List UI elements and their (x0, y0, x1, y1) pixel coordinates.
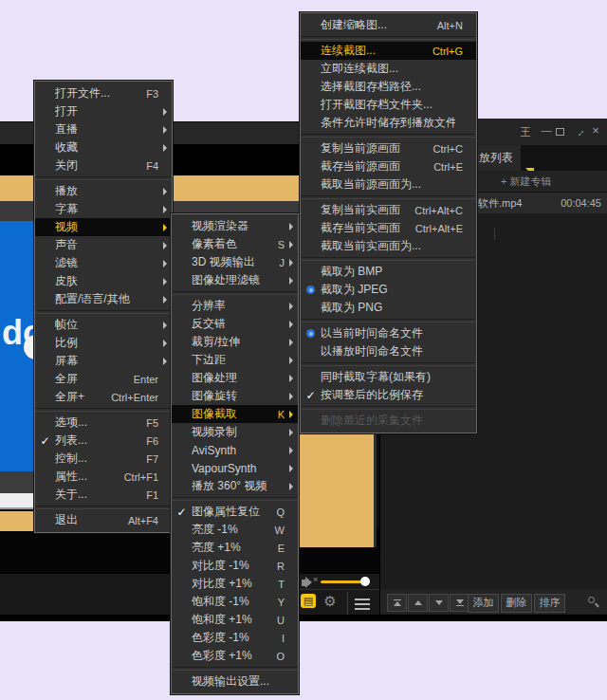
menu-item[interactable]: 图像处理滤镜 (172, 271, 298, 289)
menu-item[interactable]: 收藏 (35, 138, 172, 157)
menu-item[interactable]: 图像截取K (172, 405, 298, 423)
menu-item[interactable]: 滤镜 (35, 254, 172, 272)
menu-item[interactable]: 分辨率 (172, 297, 298, 315)
menu-item[interactable]: 条件允许时储存到播放文件夹 (301, 114, 476, 132)
triangle-glyph (289, 447, 293, 454)
menu-item-label: 图像截取 (192, 406, 270, 422)
menu-item[interactable]: 视频渲染器 (172, 217, 298, 235)
menu-item[interactable]: 视频录制 (172, 423, 298, 441)
delete-button[interactable]: 删除 (501, 594, 532, 613)
submenu-arrow-icon (158, 206, 167, 213)
menu-item[interactable]: 直播 (35, 120, 172, 138)
move-up-button[interactable] (408, 594, 428, 612)
add-button[interactable]: 添加 (468, 594, 499, 613)
menu-item[interactable]: 字幕 (35, 200, 172, 218)
menu-item[interactable]: 以当前时间命名文件 (301, 324, 476, 342)
menu-item[interactable]: ✓图像属性复位Q (172, 503, 298, 521)
menu-item[interactable]: ✓列表...F6 (35, 432, 172, 450)
menu-item[interactable]: 截取为 PNG (301, 299, 476, 317)
triangle-glyph (289, 241, 293, 249)
menu-item[interactable]: 亮度 +1%E (172, 539, 298, 557)
menu-item[interactable]: 打开文件...F3 (35, 84, 172, 102)
menu-item[interactable]: 控制...F7 (35, 450, 172, 468)
menu-item[interactable]: 截取为 BMP (301, 263, 476, 281)
menu-item[interactable]: 选择截图存档路径... (301, 78, 476, 96)
menu-item[interactable]: 饱和度 -1%Y (172, 593, 298, 611)
submenu-arrow-icon (158, 358, 167, 365)
menu-item[interactable]: 视频输出设置... (172, 672, 298, 691)
menu-item[interactable]: 亮度 -1%W (172, 521, 298, 539)
dock-icon[interactable]: 王 (519, 126, 532, 138)
menu-item[interactable]: 截取当前源画面为... (301, 175, 476, 193)
menu-item[interactable]: 配置/语言/其他 (35, 290, 172, 308)
menu-item[interactable]: 复制当前实画面Ctrl+Alt+C (301, 201, 476, 219)
expand-icon[interactable]: ↔ (571, 123, 588, 140)
menu-item[interactable]: 退出Alt+F4 (35, 511, 172, 529)
menu-item[interactable]: VapourSynth (172, 459, 298, 477)
menu-item[interactable]: 关闭F4 (35, 157, 172, 175)
menu-item[interactable]: 同时截取字幕(如果有) (301, 368, 476, 386)
menu-item[interactable]: 播放 (35, 182, 172, 200)
menu-item-label: 皮肤 (55, 273, 151, 289)
menu-item[interactable]: 像素着色S (172, 235, 298, 253)
menu-item-label: 视频 (55, 219, 151, 235)
menu-item[interactable]: 属性...Ctrl+F1 (35, 468, 172, 486)
search-icon[interactable] (588, 597, 595, 603)
menu-item[interactable]: 声音 (35, 236, 172, 254)
menu-item[interactable]: 连续截图...Ctrl+G (301, 42, 476, 60)
playlist-toggle-button[interactable]: ▤ (301, 594, 316, 608)
menu-item[interactable]: 图像旋转 (172, 387, 298, 405)
menu-item[interactable]: 比例 (35, 334, 172, 352)
close-icon[interactable]: × (589, 125, 602, 137)
menu-item[interactable]: 复制当前源画面Ctrl+C (301, 139, 476, 157)
move-top-button[interactable] (387, 594, 407, 612)
menu-item[interactable]: 帧位 (35, 316, 172, 334)
menu-item[interactable]: 截存当前源画面Ctrl+E (301, 157, 476, 175)
gear-icon[interactable]: ⚙ (322, 593, 339, 610)
menu-item-label: 直播 (55, 121, 151, 138)
triangle-glyph (289, 223, 293, 230)
menu-item[interactable]: 屏幕 (35, 352, 172, 370)
sort-button[interactable]: 排序 (534, 594, 565, 613)
menu-item[interactable]: 裁剪/拉伸 (172, 333, 298, 351)
menu-item[interactable]: 全屏Enter (35, 370, 172, 388)
submenu-arrow-icon (285, 241, 293, 249)
menu-item[interactable]: 皮肤 (35, 272, 172, 290)
menu-item[interactable]: AviSynth (172, 441, 298, 459)
move-bottom-button[interactable] (450, 594, 469, 612)
top-bar-icon (394, 599, 401, 601)
menu-item[interactable]: 打开截图存档文件夹... (301, 96, 476, 114)
maximize-icon[interactable] (556, 128, 564, 136)
menu-item[interactable]: 视频 (35, 218, 172, 236)
menu-item-label: 控制... (55, 451, 138, 467)
menu-item[interactable]: 立即连续截图... (301, 60, 476, 78)
menu-item[interactable]: 打开 (35, 102, 172, 120)
menu-item[interactable]: ✓按调整后的比例保存 (301, 386, 476, 404)
menu-item[interactable]: 以播放时间命名文件 (301, 342, 476, 360)
minimize-icon[interactable]: — (540, 124, 553, 136)
menu-item[interactable]: 关于...F1 (35, 486, 172, 504)
menu-item[interactable]: 截取当前实画面为... (301, 237, 476, 255)
menu-item[interactable]: 选项...F5 (35, 414, 172, 432)
file-duration: 00:04:45 (561, 193, 601, 213)
menu-item[interactable]: 下边距 (172, 351, 298, 369)
hamburger-menu-icon[interactable] (355, 599, 370, 600)
new-album-button[interactable]: +新建专辑 (501, 171, 551, 193)
menu-item[interactable]: 创建缩略图...Alt+N (301, 16, 476, 34)
menu-item[interactable]: 截存当前实画面Ctrl+Alt+E (301, 219, 476, 237)
menu-item[interactable]: 反交错 (172, 315, 298, 333)
menu-item[interactable]: 饱和度 +1%U (172, 611, 298, 629)
menu-item[interactable]: 色彩度 +1%O (172, 647, 298, 665)
menu-item[interactable]: 对比度 +1%T (172, 575, 298, 593)
menu-item[interactable]: 全屏+Ctrl+Enter (35, 388, 172, 406)
menu-item[interactable]: 播放 360° 视频 (172, 477, 298, 495)
menu-item[interactable]: 对比度 -1%R (172, 557, 298, 575)
volume-slider-knob[interactable] (360, 577, 370, 586)
menu-item[interactable]: 色彩度 -1%I (172, 629, 298, 647)
submenu-arrow-icon (285, 259, 293, 267)
menu-item-label: 创建缩略图... (321, 17, 430, 33)
move-down-button[interactable] (429, 594, 449, 612)
menu-item[interactable]: 3D 视频输出J (172, 253, 298, 271)
menu-item[interactable]: 截取为 JPEG (301, 281, 476, 299)
menu-item[interactable]: 图像处理 (172, 369, 298, 387)
